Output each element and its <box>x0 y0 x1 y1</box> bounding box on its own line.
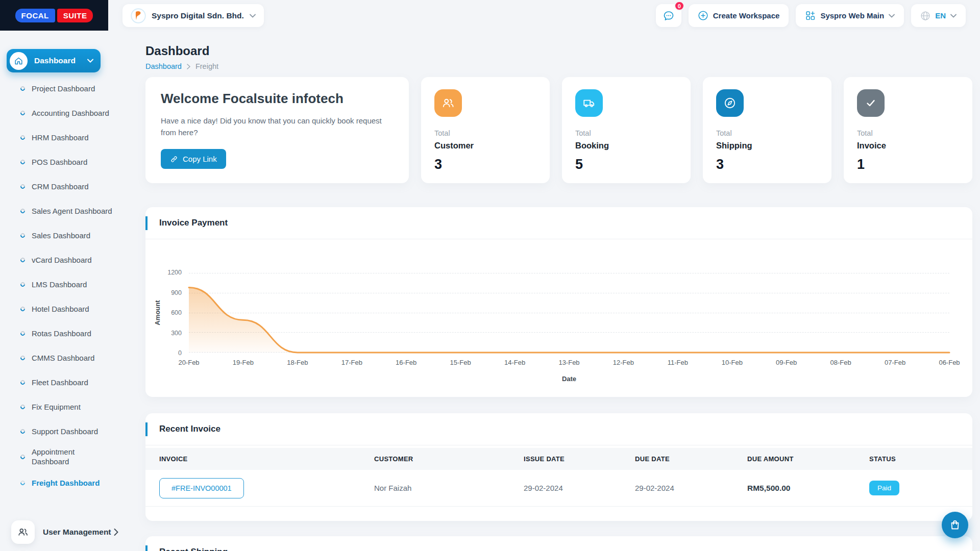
bullet-icon <box>19 183 26 190</box>
bullet-icon <box>19 208 26 214</box>
x-tick-label: 09-Feb <box>776 359 797 366</box>
sidebar-item-label: Project Dashboard <box>32 84 95 93</box>
sidebar-item-vcard-dashboard[interactable]: vCard Dashboard <box>0 247 132 272</box>
bullet-icon <box>19 281 26 288</box>
y-tick-label: 1200 <box>167 269 182 276</box>
bullet-icon <box>19 257 26 263</box>
bullet-icon <box>19 232 26 239</box>
shopping-bag-fab-button[interactable] <box>942 512 968 538</box>
chevron-down-icon <box>950 14 957 18</box>
workspace-selector[interactable]: Syspro Digital Sdn. Bhd. <box>122 4 264 27</box>
sidebar-item-label: Sales Agent Dashboard <box>32 207 112 215</box>
chevron-down-icon <box>889 14 895 18</box>
bullet-icon <box>19 379 26 386</box>
y-tick-label: 900 <box>171 289 182 296</box>
x-tick-label: 20-Feb <box>178 359 199 366</box>
app-logo: FOCAL SUITE <box>0 0 108 31</box>
x-tick-label: 12-Feb <box>613 359 634 366</box>
workspace-menu-dropdown[interactable]: Syspro Web Main <box>796 4 904 27</box>
sidebar-item-label: Rotas Dashboard <box>32 329 91 338</box>
sidebar-item-crm-dashboard[interactable]: CRM Dashboard <box>0 174 132 198</box>
stat-value: 1 <box>857 157 959 172</box>
y-tick-label: 600 <box>171 309 182 316</box>
sidebar-item-user-management[interactable]: User Management <box>0 520 122 544</box>
messages-button[interactable]: 0 <box>656 4 681 27</box>
stat-prefix: Total <box>434 129 536 137</box>
create-workspace-button[interactable]: Create Workspace <box>689 4 789 27</box>
x-tick-label: 14-Feb <box>504 359 525 366</box>
shopping-bag-icon <box>949 519 961 531</box>
sidebar-item-appointment-dashboard[interactable]: Appointment Dashboard <box>0 443 132 471</box>
invoice-number-link[interactable]: #FRE-INVO00001 <box>159 478 244 498</box>
invoice-payment-title: Invoice Payment <box>159 218 228 228</box>
sidebar-item-fix-equipment[interactable]: Fix Equipment <box>0 394 132 419</box>
sidebar-item-pos-dashboard[interactable]: POS Dashboard <box>0 149 132 174</box>
section-accent-bar <box>145 422 148 436</box>
sidebar-dashboard-label: Dashboard <box>34 56 87 65</box>
welcome-card: Welcome Focalsuite infotech Have a nice … <box>145 77 409 183</box>
messages-count-badge: 0 <box>674 1 684 11</box>
x-tick-label: 17-Feb <box>341 359 362 366</box>
main-content: Dashboard Dashboard Freight Welcome Foca… <box>145 31 972 551</box>
workspace-name: Syspro Digital Sdn. Bhd. <box>152 11 244 20</box>
invoice-payment-card: Invoice Payment 12009006003000 Amount 20… <box>145 207 972 397</box>
column-header-status: STATUS <box>869 455 972 463</box>
grid-plus-icon <box>805 10 816 21</box>
sidebar-item-label: Accounting Dashboard <box>32 109 109 117</box>
x-tick-label: 07-Feb <box>885 359 905 366</box>
sidebar-item-cmms-dashboard[interactable]: CMMS Dashboard <box>0 345 132 370</box>
link-icon <box>170 155 178 163</box>
stat-card-booking: Total Booking 5 <box>562 77 691 183</box>
stat-card-shipping: Total Shipping 3 <box>703 77 831 183</box>
copy-link-button[interactable]: Copy Link <box>161 149 226 169</box>
bullet-icon <box>19 330 26 337</box>
sidebar-item-accounting-dashboard[interactable]: Accounting Dashboard <box>0 101 132 125</box>
invoice-customer: Nor Faizah <box>374 484 524 492</box>
sidebar-item-sales-agent-dashboard[interactable]: Sales Agent Dashboard <box>0 198 132 223</box>
stat-value: 3 <box>716 157 818 172</box>
sidebar-item-hrm-dashboard[interactable]: HRM Dashboard <box>0 125 132 149</box>
topbar-actions: 0 Create Workspace Syspro Web Main EN <box>656 4 966 27</box>
sidebar-item-lms-dashboard[interactable]: LMS Dashboard <box>0 272 132 296</box>
copy-link-label: Copy Link <box>183 155 217 163</box>
column-header-customer: CUSTOMER <box>374 455 524 463</box>
y-tick-label: 300 <box>171 330 182 337</box>
sidebar-item-project-dashboard[interactable]: Project Dashboard <box>0 76 132 101</box>
invoice-table-row: #FRE-INVO00001 Nor Faizah 29-02-2024 29-… <box>145 470 972 507</box>
chart-y-axis: 12009006003000 <box>159 269 182 357</box>
bullet-icon <box>19 355 26 361</box>
stat-card-customer: Total Customer 3 <box>421 77 550 183</box>
section-accent-bar <box>145 545 148 551</box>
section-accent-bar <box>145 216 148 230</box>
language-dropdown[interactable]: EN <box>911 4 966 27</box>
invoice-payment-chart: 12009006003000 Amount <box>189 273 949 353</box>
logo-suite: SUITE <box>57 9 93 22</box>
chart-plot <box>189 273 949 353</box>
recent-invoice-title: Recent Invoice <box>159 424 220 434</box>
x-tick-label: 16-Feb <box>396 359 416 366</box>
chevron-right-icon <box>187 64 190 69</box>
status-badge: Paid <box>869 481 899 495</box>
recent-invoice-card: Recent Invoice INVOICECUSTOMERISSUE DATE… <box>145 413 972 521</box>
chat-icon <box>663 10 675 22</box>
sidebar-item-support-dashboard[interactable]: Support Dashboard <box>0 419 132 443</box>
sidebar-item-hotel-dashboard[interactable]: Hotel Dashboard <box>0 296 132 321</box>
stat-prefix: Total <box>857 129 959 137</box>
chart-y-axis-label: Amount <box>154 300 161 325</box>
chart-x-axis-label: Date <box>189 375 949 383</box>
welcome-title: Welcome Focalsuite infotech <box>161 91 394 107</box>
sidebar-item-fleet-dashboard[interactable]: Fleet Dashboard <box>0 370 132 394</box>
x-tick-label: 11-Feb <box>668 359 688 366</box>
sidebar-item-rotas-dashboard[interactable]: Rotas Dashboard <box>0 321 132 345</box>
bullet-icon <box>19 306 26 312</box>
chevron-down-icon <box>250 14 256 18</box>
truck-icon <box>575 89 603 117</box>
bullet-icon <box>19 110 26 116</box>
sidebar-item-freight-dashboard[interactable]: Freight Dashboard <box>0 471 132 495</box>
sidebar-item-dashboard[interactable]: Dashboard <box>7 49 101 72</box>
breadcrumb-dashboard-link[interactable]: Dashboard <box>145 62 182 70</box>
stat-prefix: Total <box>716 129 818 137</box>
x-tick-label: 13-Feb <box>558 359 579 366</box>
sidebar-item-sales-dashboard[interactable]: Sales Dashboard <box>0 223 132 247</box>
chevron-down-icon <box>87 59 93 63</box>
